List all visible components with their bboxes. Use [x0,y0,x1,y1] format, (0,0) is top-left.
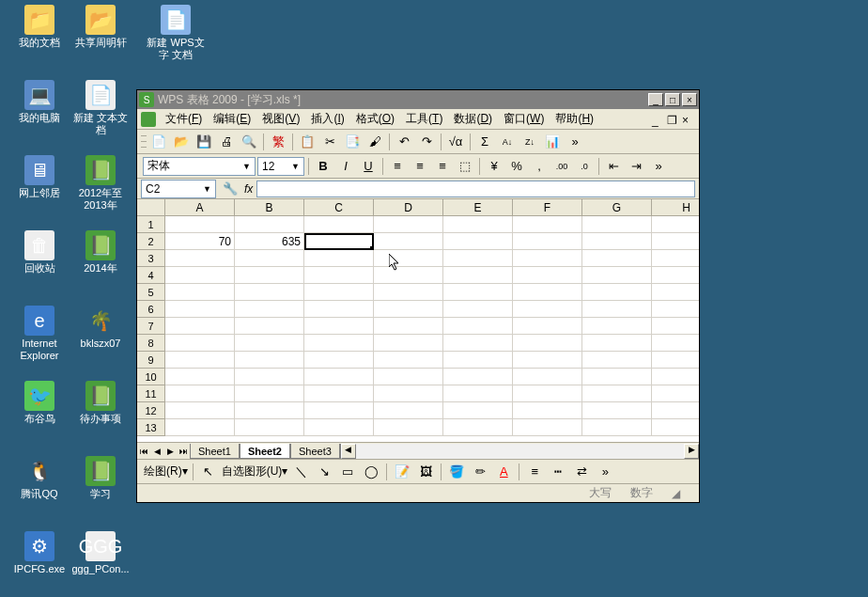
document-icon[interactable] [141,112,156,127]
cell-C1[interactable] [304,216,374,233]
cell-D5[interactable] [374,284,443,301]
cell-G9[interactable] [582,352,652,369]
percent-icon[interactable]: % [506,156,527,177]
cell-E4[interactable] [443,267,513,284]
align-right-icon[interactable]: ≡ [432,156,453,177]
cell-E9[interactable] [443,352,513,369]
cell-C7[interactable] [304,318,374,335]
cell-G3[interactable] [582,250,652,267]
select-arrow-icon[interactable]: ↖ [198,462,219,482]
menu-d[interactable]: 数据(D) [448,109,498,129]
cell-E7[interactable] [443,318,513,335]
decrease-indent-icon[interactable]: ⇤ [603,156,624,177]
mdi-restore-button[interactable]: ❐ [667,114,680,125]
cell-C5[interactable] [304,284,374,301]
cell-F3[interactable] [513,250,582,267]
scroll-right-icon[interactable]: ▶ [684,444,699,459]
cell-A5[interactable] [165,284,235,301]
copy-icon[interactable]: 📑 [342,132,363,152]
row-header[interactable]: 2 [137,233,165,250]
cell-D10[interactable] [374,369,443,385]
row-header[interactable]: 5 [137,284,165,301]
paste-icon[interactable]: 📋 [297,132,318,152]
insert-image-icon[interactable]: 🖼 [415,462,436,482]
cell-C9[interactable] [304,352,374,369]
cell-D7[interactable] [374,318,443,335]
cell-G5[interactable] [582,284,652,301]
italic-icon[interactable]: I [335,156,356,177]
textbox-icon[interactable]: 📝 [392,462,412,482]
first-sheet-icon[interactable]: ⏮ [137,444,150,459]
cell-G13[interactable] [582,419,652,436]
mdi-minimize-button[interactable]: _ [652,114,665,125]
new-icon[interactable]: 📄 [148,132,169,152]
cell-H10[interactable] [652,369,699,385]
cell-H8[interactable] [652,335,699,352]
row-header[interactable]: 10 [137,369,165,385]
cell-A12[interactable] [165,402,235,419]
select-all-corner[interactable] [137,199,165,216]
desktop-icon[interactable]: 🗑回收站 [9,230,70,275]
cell-A2[interactable]: 70 [165,233,235,250]
prev-sheet-icon[interactable]: ◀ [150,444,163,459]
cell-E13[interactable] [443,419,513,436]
cell-E2[interactable] [443,233,513,250]
last-sheet-icon[interactable]: ⏭ [177,444,190,459]
cell-C6[interactable] [304,301,374,318]
cell-D2[interactable] [374,233,443,250]
sheet-tab[interactable]: Sheet2 [240,444,290,459]
open-icon[interactable]: 📂 [171,132,192,152]
save-icon[interactable]: 💾 [194,132,214,152]
line-color-icon[interactable]: ✏ [470,462,490,482]
cell-A13[interactable] [165,419,235,436]
minimize-button[interactable]: _ [648,93,663,106]
rectangle-icon[interactable]: ▭ [337,462,358,482]
format-painter-icon[interactable]: 🖌 [364,132,385,152]
cell-F5[interactable] [513,284,582,301]
desktop-icon[interactable]: 🌴bklszx07 [70,306,131,350]
cell-H9[interactable] [652,352,699,369]
resize-grip-icon[interactable]: ◢ [672,487,680,500]
cell-G1[interactable] [582,216,652,233]
cell-C11[interactable] [304,385,374,402]
cell-A10[interactable] [165,369,235,385]
cell-C8[interactable] [304,335,374,352]
desktop-icon[interactable]: 📂共享周明轩 [70,5,131,49]
increase-decimal-icon[interactable]: .00 [551,156,572,177]
sheet-tab[interactable]: Sheet1 [190,444,240,459]
column-header[interactable]: A [165,199,235,216]
cell-F1[interactable] [513,216,582,233]
cell-E10[interactable] [443,369,513,385]
cell-G4[interactable] [582,267,652,284]
cell-G8[interactable] [582,335,652,352]
menu-t[interactable]: 工具(T) [400,109,448,129]
cell-D11[interactable] [374,385,443,402]
cell-H4[interactable] [652,267,699,284]
print-icon[interactable]: 🖨 [216,132,237,152]
cell-F7[interactable] [513,318,582,335]
titlebar[interactable]: S WPS 表格 2009 - [学习.xls *] _ □ × [137,90,699,109]
toolbar-grip[interactable] [141,134,147,150]
menu-e[interactable]: 编辑(E) [208,109,256,129]
comma-icon[interactable]: , [529,156,550,177]
cell-F8[interactable] [513,335,582,352]
horizontal-scrollbar[interactable]: ◀ ▶ [340,444,699,459]
cell-H3[interactable] [652,250,699,267]
font-color-icon[interactable]: A [493,462,514,482]
cell-C12[interactable] [304,402,374,419]
preview-icon[interactable]: 🔍 [239,132,259,152]
toolbar-overflow-icon[interactable]: » [565,132,585,152]
next-sheet-icon[interactable]: ▶ [163,444,177,459]
desktop-icon[interactable]: 🖥网上邻居 [9,155,70,199]
desktop-icon[interactable]: 🐦布谷鸟 [9,381,70,425]
cell-B8[interactable] [235,335,304,352]
row-header[interactable]: 4 [137,267,165,284]
cell-H2[interactable] [652,233,699,250]
cell-C13[interactable] [304,419,374,436]
convert-icon[interactable]: 繁 [268,132,288,152]
cell-B10[interactable] [235,369,304,385]
name-box[interactable]: C2 ▼ [141,180,216,198]
cell-H12[interactable] [652,402,699,419]
sort-asc-icon[interactable]: A↓ [497,132,518,152]
cell-B3[interactable] [235,250,304,267]
